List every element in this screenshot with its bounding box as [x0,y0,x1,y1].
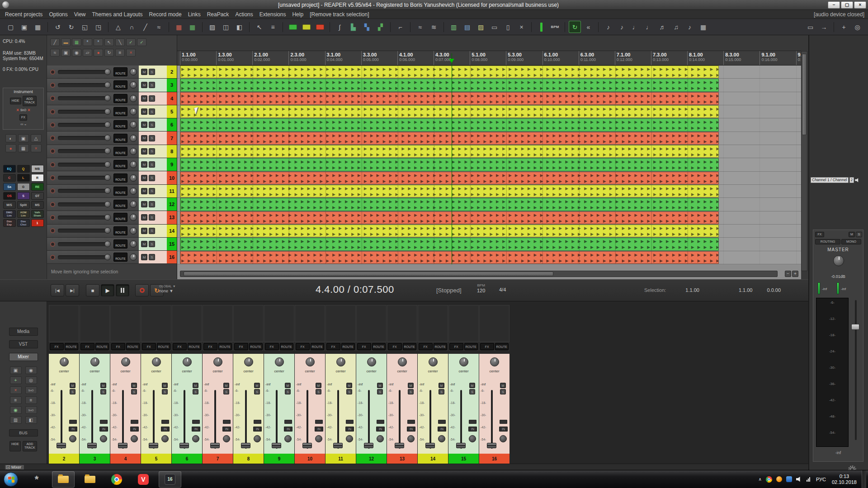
strip-io-button[interactable] [100,420,108,424]
record-arm-button[interactable] [50,175,55,180]
menu-item-options[interactable]: Options [46,10,71,19]
volume-slider[interactable] [58,70,110,74]
menu-item-themes-and-layouts[interactable]: Themes and Layouts [89,10,146,19]
plugin-tile-mb[interactable]: MB [31,165,44,173]
mixer-tab-media[interactable]: Media [9,328,38,336]
strip-pan-knob[interactable] [490,357,499,366]
volume-slider[interactable] [58,110,110,114]
volume-slider-knob[interactable] [104,69,111,75]
plugin-tile-q[interactable]: Q [17,165,30,173]
mute-button[interactable]: M [141,201,147,207]
play-button[interactable]: ▶ [101,284,114,296]
tray-expand-icon[interactable]: ∧ [759,477,762,482]
record-arm-button[interactable] [50,83,55,88]
strip-io-button[interactable] [407,420,415,424]
strip-io-button[interactable] [438,420,446,424]
strip-fx-button[interactable]: FX [80,343,94,350]
mute-button[interactable]: M [141,188,147,194]
toolbar-fx-browser-button[interactable]: ▨ [475,21,487,33]
mute-button[interactable]: M [141,108,147,115]
mute-button[interactable]: M [141,161,147,168]
strip-io-button[interactable] [469,420,476,424]
arrange-track-lane-14[interactable]: ▶▶▶▶▶▶▶▶▶▶▶▶▶▶▶▶▶▶▶▶▶▶▶▶▶▶▶▶▶▶▶▶▶▶▶▶▶▶▶▶… [177,225,801,238]
strip-solo-button[interactable]: S [100,389,106,394]
midi-item[interactable]: ▶▶▶▶▶▶▶▶▶▶▶▶▶▶▶▶▶▶▶▶▶▶▶▶▶▶▶▶▶▶▶▶▶▶▶▶▶▶▶▶… [180,251,719,264]
route-button[interactable]: ROUTE [113,160,127,169]
mixer-close-icon[interactable]: × [10,386,22,394]
tcp-loop-small-button[interactable]: ↻ [104,49,114,56]
tcp-slope-tool-button[interactable]: ╲ [115,38,125,46]
title-bar[interactable]: [unsaved project] - REAPER v5.95/x64 - R… [0,0,868,10]
volume-slider-knob[interactable] [104,174,111,181]
dock-tab-close-icon[interactable]: × [6,465,10,469]
strip-fader-track[interactable] [429,390,431,449]
master-routing-button[interactable]: ROUTING [815,239,840,244]
toolbar-spectrogram-button[interactable]: ▙ [347,21,359,33]
mute-button[interactable]: M [141,241,147,247]
mixer-meter-icon[interactable]: ▥ [10,416,22,424]
arrange-track-lane-16[interactable]: ▶▶▶▶▶▶▶▶▶▶▶▶▶▶▶▶▶▶▶▶▶▶▶▶▶▶▶▶▶▶▶▶▶▶▶▶▶▶▶▶… [177,251,801,264]
strip-io-button[interactable] [500,420,507,424]
toolbar-routing-matrix-button[interactable]: ▚ [361,21,373,33]
toolbar-waveform-b-button[interactable]: ≋ [428,21,440,33]
strip-width-knob[interactable] [131,435,138,442]
arrange-track-lane-7[interactable]: ▶▶▶▶▶▶▶▶▶▶▶▶▶▶▶▶▶▶▶▶▶▶▶▶▶▶▶▶▶▶▶▶▶▶▶▶▶▶▶▶… [177,132,801,145]
strip-mute-button[interactable]: M [439,383,444,388]
strip-insert-area[interactable] [356,305,387,342]
strip-fader-track[interactable] [245,390,247,449]
toolbar-sync-enabled-button[interactable]: ↻ [569,21,581,33]
toolbar-zoom-project-button[interactable]: ◳ [92,21,104,33]
record-arm-button[interactable] [50,96,55,101]
route-button[interactable]: ROUTE [113,107,127,116]
arrange-track-lane-8[interactable]: ▶▶▶▶▶▶▶▶▶▶▶▶▶▶▶▶▶▶▶▶▶▶▶▶▶▶▶▶▶▶▶▶▶▶▶▶▶▶▶▶… [177,145,801,158]
volume-slider[interactable] [58,242,110,246]
tray-blue-icon[interactable] [786,476,792,482]
strip-fx-button[interactable]: FX [265,343,279,350]
strip-insert-area[interactable] [295,305,325,342]
strip-route-button[interactable]: ROUTE [95,343,109,350]
toolbar-crosshair-button[interactable]: + [838,21,850,33]
strip-route-button[interactable]: ROUTE [280,343,294,350]
strip-solo-button[interactable]: S [439,389,444,394]
toolbar-note-beamed-2-button[interactable]: ♫ [670,21,682,33]
plugin-tile-valh-sham[interactable]: Valh Sham [31,210,44,218]
volume-icon[interactable] [796,477,802,482]
strip-fader-handle[interactable] [149,443,158,448]
strip-pan-knob[interactable] [367,357,376,366]
plugin-tile-s[interactable]: S [17,192,30,200]
strip-input-button[interactable]: IN [99,427,108,432]
midi-item[interactable]: ▶▶▶▶▶▶▶▶▶▶▶▶▶▶▶▶▶▶▶▶▶▶▶▶▶▶▶▶▶▶▶▶▶▶▶▶▶▶▶▶… [180,238,719,250]
tcp-freeze-b-button[interactable]: * [94,38,103,46]
bpm-block[interactable]: BPM 120 [477,283,485,294]
strip-insert-area[interactable] [203,305,233,342]
master-pan-knob[interactable] [833,255,844,266]
pause-button[interactable] [116,284,129,296]
strip-pan-knob[interactable] [90,357,99,366]
strip-route-button[interactable]: ROUTE [157,343,171,350]
solo-button[interactable]: S [149,122,155,128]
midi-item[interactable]: ▶▶▶▶▶▶▶▶▶▶▶▶▶▶▶▶▶▶▶▶▶▶▶▶▶▶▶▶▶▶▶▶▶▶▶▶▶▶▶▶… [180,211,719,224]
strip-input-button[interactable]: IN [284,427,292,432]
strip-insert-area[interactable] [233,305,264,342]
strip-insert-area[interactable] [387,305,417,342]
route-button[interactable]: ROUTE [113,213,127,222]
play-cursor-marker[interactable] [449,59,454,63]
volume-slider-knob[interactable] [104,95,111,101]
strip-fader-track[interactable] [460,390,462,449]
mixer-add-track-button[interactable]: ADD TRACK [23,441,37,451]
strip-fader-handle[interactable] [364,443,373,448]
strip-width-knob[interactable] [407,435,415,442]
taskbar-utility-app[interactable]: * [25,471,48,488]
strip-width-knob[interactable] [192,435,199,442]
strip-insert-area[interactable] [418,305,448,342]
strip-input-button[interactable]: IN [130,427,139,432]
transport-position[interactable]: 4.4.00 / 0:07.500 [316,284,394,296]
toolbar-save-project-button[interactable]: ▦ [32,21,44,33]
sidebar-close-icon[interactable]: × [31,144,42,152]
strip-pan-knob[interactable] [121,357,130,366]
mute-button[interactable]: M [141,254,147,260]
volume-slider-knob[interactable] [104,108,111,115]
volume-slider-knob[interactable] [104,161,111,168]
volume-slider[interactable] [58,176,110,180]
plugin-tile-dim-choi[interactable]: Dim Choi [17,219,30,227]
